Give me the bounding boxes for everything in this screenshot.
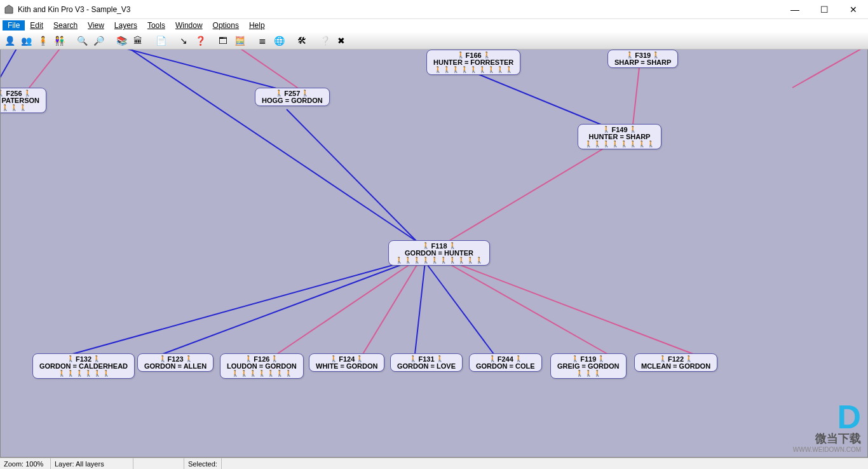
person-red-icon[interactable]: 👤 bbox=[3, 34, 17, 48]
family-names: N = PATERSON bbox=[0, 97, 39, 104]
window-icon[interactable]: 🗔 bbox=[216, 34, 230, 48]
menu-tools[interactable]: Tools bbox=[142, 20, 170, 31]
svg-line-10 bbox=[633, 67, 639, 125]
svg-line-19 bbox=[425, 262, 494, 354]
family-id: F119 bbox=[580, 356, 596, 362]
page-icon[interactable]: 📄 bbox=[154, 34, 168, 48]
couple-icon[interactable]: 👫 bbox=[52, 34, 66, 48]
menu-layers[interactable]: Layers bbox=[109, 20, 142, 31]
svg-line-13 bbox=[448, 146, 607, 241]
person-blue-icon[interactable]: 🧍 bbox=[36, 34, 50, 48]
svg-line-16 bbox=[277, 262, 414, 354]
family-id: F256 bbox=[6, 90, 22, 97]
svg-line-21 bbox=[452, 262, 693, 354]
family-group-icon[interactable]: 👥 bbox=[19, 34, 33, 48]
svg-line-1 bbox=[29, 50, 64, 88]
family-names: SHARP = SHARP bbox=[614, 58, 671, 66]
minimize-button[interactable]: — bbox=[780, 0, 810, 18]
menubar: FileEditSearchViewLayersToolsWindowOptio… bbox=[0, 19, 868, 32]
family-names: GORDON = ALLEN bbox=[144, 362, 207, 370]
family-names: GORDON = LOVE bbox=[397, 362, 456, 370]
family-id: F166 bbox=[466, 52, 482, 58]
zoom-in-icon[interactable]: 🔍 bbox=[75, 34, 89, 48]
svg-line-11 bbox=[131, 50, 417, 241]
family-id: F118 bbox=[431, 243, 447, 249]
svg-line-15 bbox=[163, 262, 409, 354]
books-icon[interactable]: 📚 bbox=[114, 34, 128, 48]
family-f244[interactable]: 🚶 F244 🚶GORDON = COLE bbox=[469, 353, 542, 372]
watermark-logo: D bbox=[793, 403, 861, 431]
family-names: GORDON = COLE bbox=[476, 362, 535, 370]
family-id: F244 bbox=[498, 356, 513, 362]
family-id: F123 bbox=[168, 356, 184, 362]
family-id: F122 bbox=[668, 356, 684, 362]
menu-options[interactable]: Options bbox=[208, 20, 244, 31]
family-f119[interactable]: 🚶 F119 🚶GREIG = GORDON🚶🚶🚶 bbox=[550, 353, 627, 379]
maximize-button[interactable]: ☐ bbox=[810, 0, 839, 18]
family-f126[interactable]: 🚶 F126 🚶LOUDON = GORDON🚶🚶🚶🚶🚶🚶🚶 bbox=[220, 353, 304, 379]
family-f131[interactable]: 🚶 F131 🚶GORDON = LOVE bbox=[390, 353, 463, 372]
family-id: F149 bbox=[611, 126, 627, 133]
question-pointer-icon[interactable]: ❓ bbox=[193, 34, 207, 48]
family-names: HUNTER = SHARP bbox=[585, 133, 654, 140]
family-names: GORDON = HUNTER bbox=[395, 249, 483, 257]
svg-line-3 bbox=[233, 50, 299, 89]
lines-icon[interactable]: ≣ bbox=[255, 34, 269, 48]
help-icon[interactable]: ❔ bbox=[318, 34, 332, 48]
svg-line-2 bbox=[105, 50, 279, 89]
calculator-icon[interactable]: 🧮 bbox=[233, 34, 247, 48]
family-id: F319 bbox=[635, 52, 651, 58]
family-f256[interactable]: 🚶 F256 🚶N = PATERSON🚶🚶🚶 bbox=[0, 88, 46, 113]
watermark-text-cn: 微当下载 bbox=[793, 431, 861, 446]
watermark: D 微当下载 WWW.WEIDOWN.COM bbox=[793, 403, 861, 453]
svg-line-9 bbox=[474, 72, 601, 125]
family-f123[interactable]: 🚶 F123 🚶GORDON = ALLEN bbox=[137, 353, 214, 372]
family-f118[interactable]: 🚶 F118 🚶GORDON = HUNTER🚶🚶🚶🚶🚶🚶🚶🚶🚶🚶 bbox=[388, 240, 490, 266]
family-f166[interactable]: 🚶 F166 🚶HUNTER = FORRESTER🚶🚶🚶🚶🚶🚶🚶🚶🚶 bbox=[426, 50, 520, 75]
menu-help[interactable]: Help bbox=[244, 20, 270, 31]
svg-line-18 bbox=[415, 262, 425, 354]
family-id: F131 bbox=[418, 356, 434, 362]
family-names: GREIG = GORDON bbox=[557, 362, 620, 370]
close-button[interactable]: ✕ bbox=[839, 0, 868, 18]
pointer-red-icon[interactable]: ↘ bbox=[177, 34, 191, 48]
window-title: Kith and Kin Pro V3 - Sample_V3 bbox=[18, 5, 780, 14]
close-red-icon[interactable]: ✖ bbox=[334, 34, 348, 48]
svg-line-12 bbox=[287, 109, 417, 241]
family-id: F126 bbox=[254, 356, 269, 362]
statusbar: Zoom: 100% Layer: All layers Selected: bbox=[0, 458, 868, 469]
family-names: GORDON = CALDERHEAD bbox=[39, 362, 128, 370]
menu-window[interactable]: Window bbox=[170, 20, 208, 31]
family-names: WHITE = GORDON bbox=[316, 362, 377, 370]
svg-line-0 bbox=[1, 50, 20, 88]
tree-canvas[interactable]: D 微当下载 WWW.WEIDOWN.COM 🚶 F256 🚶N = PATER… bbox=[0, 50, 868, 458]
titlebar: Kith and Kin Pro V3 - Sample_V3 — ☐ ✕ bbox=[0, 0, 868, 19]
toolbar: 👤👥🧍👫🔍🔎📚🏛📄↘❓🗔🧮≣🌐🛠❔✖ bbox=[0, 32, 868, 50]
family-f257[interactable]: 🚶 F257 🚶HOGG = GORDON bbox=[255, 88, 330, 106]
svg-line-20 bbox=[445, 262, 607, 354]
globe-icon[interactable]: 🌐 bbox=[272, 34, 286, 48]
menu-file[interactable]: File bbox=[3, 20, 25, 31]
status-selected: Selected: bbox=[184, 458, 222, 469]
menu-edit[interactable]: Edit bbox=[25, 20, 48, 31]
svg-line-17 bbox=[363, 262, 419, 354]
family-names: MCLEAN = GORDON bbox=[641, 362, 710, 370]
family-f122[interactable]: 🚶 F122 🚶MCLEAN = GORDON bbox=[634, 353, 717, 372]
menu-search[interactable]: Search bbox=[48, 20, 83, 31]
family-f319[interactable]: 🚶 F319 🚶SHARP = SHARP bbox=[607, 50, 678, 68]
menu-view[interactable]: View bbox=[83, 20, 109, 31]
tool-icon[interactable]: 🛠 bbox=[295, 34, 309, 48]
zoom-out-icon[interactable]: 🔎 bbox=[92, 34, 105, 48]
family-f132[interactable]: 🚶 F132 🚶GORDON = CALDERHEAD🚶🚶🚶🚶🚶🚶 bbox=[32, 353, 135, 379]
family-names: HOGG = GORDON bbox=[262, 97, 323, 104]
svg-line-8 bbox=[792, 50, 867, 88]
watermark-url: WWW.WEIDOWN.COM bbox=[793, 446, 861, 453]
family-id: F124 bbox=[339, 356, 355, 362]
status-zoom: Zoom: 100% bbox=[0, 458, 51, 469]
svg-line-14 bbox=[72, 262, 405, 354]
columns-icon[interactable]: 🏛 bbox=[131, 34, 145, 48]
family-f149[interactable]: 🚶 F149 🚶HUNTER = SHARP🚶🚶🚶🚶🚶🚶🚶🚶 bbox=[578, 124, 661, 149]
family-f124[interactable]: 🚶 F124 🚶WHITE = GORDON bbox=[309, 353, 384, 372]
app-icon bbox=[4, 4, 14, 15]
family-names: LOUDON = GORDON bbox=[227, 362, 297, 370]
